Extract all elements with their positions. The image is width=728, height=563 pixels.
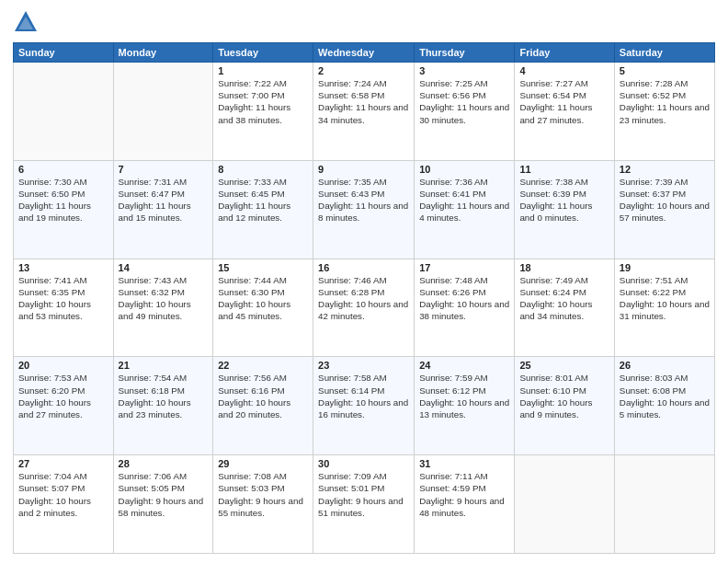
day-info: Sunrise: 7:06 AM Sunset: 5:05 PM Dayligh…: [119, 470, 209, 519]
weekday-thursday: Thursday: [415, 43, 515, 63]
day-info: Sunrise: 7:44 AM Sunset: 6:30 PM Dayligh…: [218, 274, 308, 323]
calendar-cell: 9Sunrise: 7:35 AM Sunset: 6:43 PM Daylig…: [313, 160, 415, 259]
calendar-cell: 16Sunrise: 7:46 AM Sunset: 6:28 PM Dayli…: [313, 259, 415, 357]
weekday-tuesday: Tuesday: [213, 43, 313, 63]
day-number: 23: [318, 360, 409, 371]
week-row-3: 13Sunrise: 7:41 AM Sunset: 6:35 PM Dayli…: [14, 259, 715, 357]
day-info: Sunrise: 7:30 AM Sunset: 6:50 PM Dayligh…: [18, 176, 108, 224]
day-number: 31: [419, 458, 509, 469]
day-info: Sunrise: 8:01 AM Sunset: 6:10 PM Dayligh…: [519, 372, 609, 420]
day-number: 15: [218, 262, 308, 273]
logo: [13, 9, 42, 35]
calendar-table: SundayMondayTuesdayWednesdayThursdayFrid…: [13, 42, 715, 554]
calendar-cell: 27Sunrise: 7:04 AM Sunset: 5:07 PM Dayli…: [14, 455, 114, 554]
calendar-cell: 6Sunrise: 7:30 AM Sunset: 6:50 PM Daylig…: [14, 160, 114, 259]
day-info: Sunrise: 7:43 AM Sunset: 6:32 PM Dayligh…: [119, 274, 209, 323]
day-number: 25: [519, 360, 609, 371]
calendar-cell: [614, 455, 714, 554]
day-info: Sunrise: 7:35 AM Sunset: 6:43 PM Dayligh…: [318, 176, 409, 224]
weekday-monday: Monday: [113, 43, 213, 63]
logo-icon: [13, 9, 39, 35]
day-number: 27: [18, 458, 108, 469]
day-number: 11: [519, 164, 609, 175]
calendar-cell: 5Sunrise: 7:28 AM Sunset: 6:52 PM Daylig…: [614, 63, 714, 161]
week-row-5: 27Sunrise: 7:04 AM Sunset: 5:07 PM Dayli…: [14, 455, 715, 554]
calendar-cell: 23Sunrise: 7:58 AM Sunset: 6:14 PM Dayli…: [313, 357, 415, 455]
day-info: Sunrise: 7:54 AM Sunset: 6:18 PM Dayligh…: [119, 372, 209, 420]
weekday-wednesday: Wednesday: [313, 43, 415, 63]
day-number: 8: [218, 164, 308, 175]
day-info: Sunrise: 7:56 AM Sunset: 6:16 PM Dayligh…: [218, 372, 308, 420]
day-info: Sunrise: 7:53 AM Sunset: 6:20 PM Dayligh…: [18, 372, 108, 420]
day-info: Sunrise: 7:27 AM Sunset: 6:54 PM Dayligh…: [519, 77, 609, 126]
calendar-cell: 25Sunrise: 8:01 AM Sunset: 6:10 PM Dayli…: [515, 357, 614, 455]
day-info: Sunrise: 7:36 AM Sunset: 6:41 PM Dayligh…: [419, 176, 509, 224]
calendar-cell: 22Sunrise: 7:56 AM Sunset: 6:16 PM Dayli…: [213, 357, 313, 455]
day-number: 22: [218, 360, 308, 371]
calendar-cell: 31Sunrise: 7:11 AM Sunset: 4:59 PM Dayli…: [415, 455, 515, 554]
day-info: Sunrise: 7:48 AM Sunset: 6:26 PM Dayligh…: [419, 274, 509, 323]
calendar-cell: 3Sunrise: 7:25 AM Sunset: 6:56 PM Daylig…: [415, 63, 515, 161]
calendar-cell: 1Sunrise: 7:22 AM Sunset: 7:00 PM Daylig…: [213, 63, 313, 161]
calendar-cell: 13Sunrise: 7:41 AM Sunset: 6:35 PM Dayli…: [14, 259, 114, 357]
weekday-saturday: Saturday: [614, 43, 714, 63]
calendar-cell: 11Sunrise: 7:38 AM Sunset: 6:39 PM Dayli…: [515, 160, 614, 259]
day-number: 12: [620, 164, 710, 175]
calendar-cell: 26Sunrise: 8:03 AM Sunset: 6:08 PM Dayli…: [614, 357, 714, 455]
day-info: Sunrise: 7:31 AM Sunset: 6:47 PM Dayligh…: [119, 176, 209, 224]
calendar-cell: 10Sunrise: 7:36 AM Sunset: 6:41 PM Dayli…: [415, 160, 515, 259]
calendar-cell: 21Sunrise: 7:54 AM Sunset: 6:18 PM Dayli…: [113, 357, 213, 455]
day-number: 2: [318, 65, 409, 76]
day-number: 28: [119, 458, 209, 469]
calendar-cell: 4Sunrise: 7:27 AM Sunset: 6:54 PM Daylig…: [515, 63, 614, 161]
day-info: Sunrise: 7:04 AM Sunset: 5:07 PM Dayligh…: [18, 470, 108, 519]
calendar-cell: 30Sunrise: 7:09 AM Sunset: 5:01 PM Dayli…: [313, 455, 415, 554]
day-info: Sunrise: 7:59 AM Sunset: 6:12 PM Dayligh…: [419, 372, 509, 420]
day-info: Sunrise: 7:39 AM Sunset: 6:37 PM Dayligh…: [620, 176, 710, 224]
calendar-cell: 15Sunrise: 7:44 AM Sunset: 6:30 PM Dayli…: [213, 259, 313, 357]
day-number: 1: [218, 65, 308, 76]
calendar-cell: 24Sunrise: 7:59 AM Sunset: 6:12 PM Dayli…: [415, 357, 515, 455]
weekday-sunday: Sunday: [14, 43, 114, 63]
day-number: 10: [419, 164, 509, 175]
day-info: Sunrise: 7:58 AM Sunset: 6:14 PM Dayligh…: [318, 372, 409, 420]
calendar-cell: 14Sunrise: 7:43 AM Sunset: 6:32 PM Dayli…: [113, 259, 213, 357]
day-info: Sunrise: 7:38 AM Sunset: 6:39 PM Dayligh…: [519, 176, 609, 224]
day-number: 5: [620, 65, 710, 76]
calendar-cell: 17Sunrise: 7:48 AM Sunset: 6:26 PM Dayli…: [415, 259, 515, 357]
calendar-cell: [14, 63, 114, 161]
calendar-cell: 12Sunrise: 7:39 AM Sunset: 6:37 PM Dayli…: [614, 160, 714, 259]
calendar-cell: 18Sunrise: 7:49 AM Sunset: 6:24 PM Dayli…: [515, 259, 614, 357]
calendar-cell: 28Sunrise: 7:06 AM Sunset: 5:05 PM Dayli…: [113, 455, 213, 554]
day-number: 30: [318, 458, 409, 469]
day-number: 16: [318, 262, 409, 273]
day-number: 19: [620, 262, 710, 273]
day-info: Sunrise: 7:08 AM Sunset: 5:03 PM Dayligh…: [218, 470, 308, 519]
day-number: 17: [419, 262, 509, 273]
calendar-cell: [515, 455, 614, 554]
header: [13, 9, 715, 35]
day-info: Sunrise: 7:28 AM Sunset: 6:52 PM Dayligh…: [620, 77, 710, 126]
day-info: Sunrise: 7:22 AM Sunset: 7:00 PM Dayligh…: [218, 77, 308, 126]
day-number: 26: [620, 360, 710, 371]
day-info: Sunrise: 7:41 AM Sunset: 6:35 PM Dayligh…: [18, 274, 108, 323]
day-number: 24: [419, 360, 509, 371]
day-info: Sunrise: 7:46 AM Sunset: 6:28 PM Dayligh…: [318, 274, 409, 323]
week-row-2: 6Sunrise: 7:30 AM Sunset: 6:50 PM Daylig…: [14, 160, 715, 259]
day-number: 20: [18, 360, 108, 371]
day-number: 7: [119, 164, 209, 175]
day-number: 3: [419, 65, 509, 76]
day-number: 18: [519, 262, 609, 273]
calendar-cell: 29Sunrise: 7:08 AM Sunset: 5:03 PM Dayli…: [213, 455, 313, 554]
day-info: Sunrise: 7:49 AM Sunset: 6:24 PM Dayligh…: [519, 274, 609, 323]
day-number: 29: [218, 458, 308, 469]
day-info: Sunrise: 7:33 AM Sunset: 6:45 PM Dayligh…: [218, 176, 308, 224]
day-number: 9: [318, 164, 409, 175]
day-number: 14: [119, 262, 209, 273]
calendar-cell: 8Sunrise: 7:33 AM Sunset: 6:45 PM Daylig…: [213, 160, 313, 259]
calendar-cell: 2Sunrise: 7:24 AM Sunset: 6:58 PM Daylig…: [313, 63, 415, 161]
day-number: 6: [18, 164, 108, 175]
weekday-header-row: SundayMondayTuesdayWednesdayThursdayFrid…: [14, 43, 715, 63]
day-info: Sunrise: 7:25 AM Sunset: 6:56 PM Dayligh…: [419, 77, 509, 126]
day-info: Sunrise: 7:24 AM Sunset: 6:58 PM Dayligh…: [318, 77, 409, 126]
